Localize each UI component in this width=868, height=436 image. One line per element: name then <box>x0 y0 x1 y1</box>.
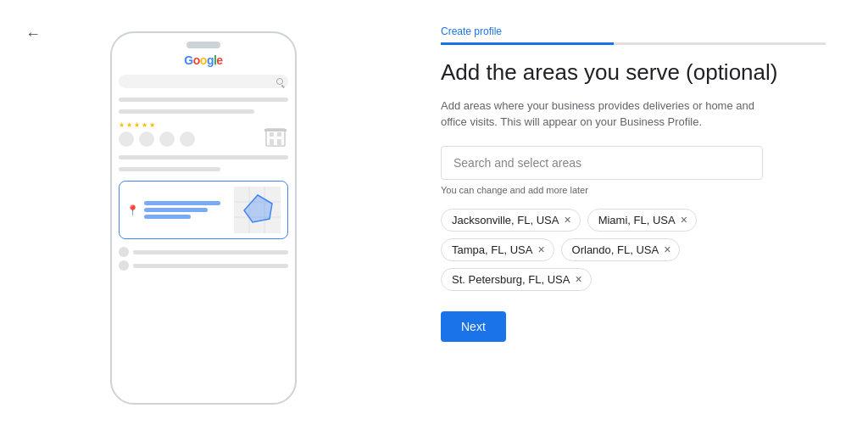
content-line <box>119 155 288 159</box>
tag-close-button[interactable]: × <box>564 214 570 226</box>
tags-container: Jacksonville, FL, USA×Miami, FL, USA×Tam… <box>441 209 797 291</box>
tag-label: Orlando, FL, USA <box>572 243 659 256</box>
tag-close-button[interactable]: × <box>664 243 670 255</box>
svg-rect-1 <box>270 132 274 137</box>
phone-icons-row <box>119 131 195 147</box>
progress-bar-fill <box>441 42 614 45</box>
content-line <box>119 167 220 171</box>
progress-tab-label: Create profile <box>441 25 826 37</box>
map-area <box>234 187 281 233</box>
content-line <box>119 109 254 114</box>
progress-header: Create profile <box>441 25 826 45</box>
area-tag: Jacksonville, FL, USA× <box>441 209 581 232</box>
tag-label: Tampa, FL, USA <box>452 243 532 256</box>
phone-mockup: Google ★★★★★ <box>110 31 297 405</box>
area-tag: Miami, FL, USA× <box>587 209 697 232</box>
card-content-lines <box>144 201 229 219</box>
search-input-container[interactable] <box>441 146 763 180</box>
svg-rect-2 <box>277 132 281 137</box>
page-title: Add the areas you serve (optional) <box>441 59 826 87</box>
content-line <box>119 98 288 102</box>
next-button[interactable]: Next <box>441 311 506 342</box>
svg-rect-3 <box>270 139 274 146</box>
search-input[interactable] <box>453 156 750 170</box>
area-tag: Orlando, FL, USA× <box>561 238 681 261</box>
google-logo: Google <box>119 53 288 67</box>
phone-notch <box>119 42 288 48</box>
svg-rect-5 <box>264 129 287 131</box>
pin-icon: 📍 <box>126 204 139 216</box>
phone-bottom-section <box>119 247 288 271</box>
phone-search-icon <box>276 78 283 85</box>
phone-search-bar <box>119 75 288 88</box>
page-description: Add areas where your business provides d… <box>441 98 763 131</box>
back-button[interactable]: ← <box>25 25 41 43</box>
tag-label: St. Petersburg, FL, USA <box>452 273 570 286</box>
tag-label: Miami, FL, USA <box>598 214 676 226</box>
progress-bar-container <box>441 42 826 45</box>
tag-close-button[interactable]: × <box>681 214 687 226</box>
area-tag: Tampa, FL, USA× <box>441 238 554 261</box>
building-icon <box>263 122 288 148</box>
tag-close-button[interactable]: × <box>537 243 544 255</box>
area-tag: St. Petersburg, FL, USA× <box>441 268 592 291</box>
tag-label: Jacksonville, FL, USA <box>452 214 559 226</box>
stars-row: ★★★★★ <box>119 121 195 129</box>
tag-close-button[interactable]: × <box>575 273 581 285</box>
right-panel: Create profile Add the areas you serve (… <box>407 0 868 436</box>
helper-text: You can change and add more later <box>441 185 826 195</box>
svg-rect-4 <box>277 139 281 146</box>
highlight-card: 📍 <box>119 181 288 239</box>
left-panel: ← Google ★★★★★ <box>0 0 407 436</box>
